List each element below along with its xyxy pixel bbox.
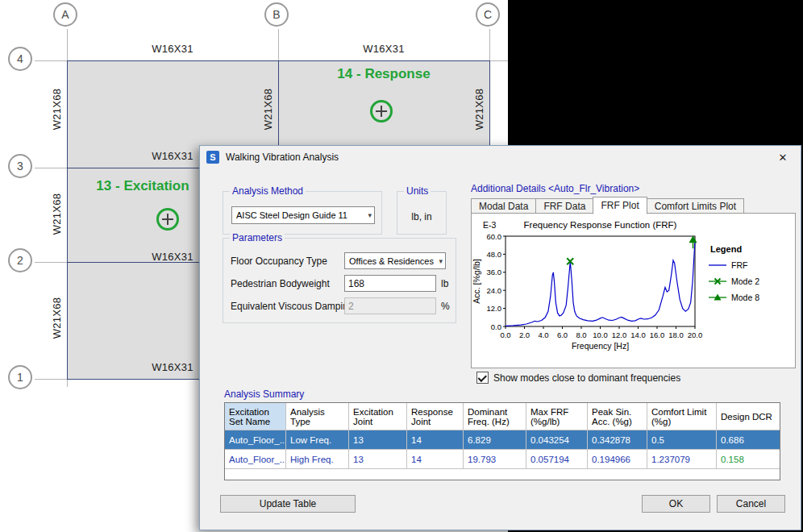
x-tick-label: 10.0 bbox=[593, 330, 608, 339]
bodyweight-input[interactable]: 168 bbox=[344, 275, 436, 292]
parameters-group-label: Parameters bbox=[230, 232, 285, 243]
grid-bubble-A: A bbox=[53, 2, 77, 27]
excitation-joint-label: 13 - Excitation bbox=[78, 178, 207, 194]
response-joint-label: 14 - Response bbox=[319, 66, 448, 82]
dropdown-arrow-icon: ▾ bbox=[439, 257, 443, 265]
summary-header-cell[interactable]: ResponseJoint bbox=[407, 403, 464, 430]
plot-frame bbox=[506, 236, 695, 326]
beam-label-w21x68: W21X68 bbox=[51, 186, 63, 243]
y-tick-label: 60.0 bbox=[487, 232, 502, 241]
summary-header-cell[interactable]: Peak Sin.Acc. (%g) bbox=[588, 403, 647, 430]
x-tick-label: 14.0 bbox=[630, 330, 646, 339]
analysis-method-group: Analysis Method AISC Steel Design Guide … bbox=[223, 191, 382, 235]
bodyweight-label: Pedestrian Bodyweight bbox=[231, 278, 330, 289]
summary-cell[interactable]: 0.686 bbox=[717, 430, 780, 450]
y-tick-label: 0.0 bbox=[491, 322, 501, 331]
summary-cell[interactable]: 13 bbox=[349, 450, 407, 469]
update-table-button[interactable]: Update Table bbox=[220, 495, 356, 513]
grid-bubble-3: 3 bbox=[8, 154, 32, 178]
x-tick-label: 0.0 bbox=[500, 330, 510, 339]
close-icon[interactable]: ✕ bbox=[772, 149, 794, 165]
beam-label-w16x31: W16X31 bbox=[356, 43, 411, 55]
summary-table-empty-space bbox=[225, 469, 780, 480]
summary-row[interactable]: Auto_Floor_...High Freq.131419.7930.0571… bbox=[225, 450, 780, 469]
dialog-title: Walking Vibration Analysis bbox=[226, 152, 339, 163]
summary-header-cell[interactable]: Comfort Limit(%g) bbox=[647, 403, 717, 430]
grid-bubble-4: 4 bbox=[8, 47, 32, 71]
summary-cell[interactable]: 14 bbox=[407, 450, 464, 469]
cancel-button[interactable]: Cancel bbox=[717, 495, 785, 513]
summary-header-cell[interactable]: ExcitationSet Name bbox=[225, 403, 286, 430]
tab-frf-data[interactable]: FRF Data bbox=[535, 198, 593, 214]
analysis-summary-label: Analysis Summary bbox=[224, 389, 304, 400]
summary-cell[interactable]: 0.5 bbox=[647, 430, 717, 450]
summary-header-row: ExcitationSet NameAnalysisTypeExcitation… bbox=[225, 403, 780, 430]
damping-unit: % bbox=[441, 301, 450, 312]
summary-cell[interactable]: 19.793 bbox=[464, 450, 526, 469]
occupancy-select[interactable]: Offices & Residences ▾ bbox=[344, 252, 446, 269]
grid-bubble-2: 2 bbox=[8, 248, 32, 272]
occupancy-value: Offices & Residences bbox=[349, 256, 434, 266]
app-icon: S bbox=[206, 151, 219, 164]
summary-header-cell[interactable]: DominantFreq. (Hz) bbox=[464, 403, 526, 430]
summary-header-cell[interactable]: ExcitationJoint bbox=[349, 403, 407, 430]
details-tabs: Modal Data FRF Data FRF Plot Comfort Lim… bbox=[471, 197, 743, 214]
tab-frf-plot[interactable]: FRF Plot bbox=[593, 197, 647, 214]
beam-label-w21x68: W21X68 bbox=[262, 81, 274, 138]
summary-cell[interactable]: 0.194966 bbox=[588, 450, 647, 469]
summary-cell[interactable]: 0.342878 bbox=[588, 430, 647, 450]
summary-cell[interactable]: 13 bbox=[349, 430, 407, 450]
x-tick-label: 16.0 bbox=[650, 330, 665, 339]
analysis-method-select[interactable]: AISC Steel Design Guide 11 ▾ bbox=[231, 206, 375, 224]
beam-label-w16x31: W16X31 bbox=[145, 150, 200, 162]
summary-cell[interactable]: Low Freq. bbox=[286, 430, 349, 450]
ok-button[interactable]: OK bbox=[642, 495, 710, 513]
summary-cell[interactable]: High Freq. bbox=[286, 450, 349, 469]
show-modes-checkbox[interactable] bbox=[476, 372, 489, 384]
y-tick-label: 24.0 bbox=[487, 286, 502, 295]
x-tick-label: 8.0 bbox=[576, 330, 586, 339]
x-tick-label: 6.0 bbox=[557, 330, 568, 339]
summary-cell[interactable]: 0.057194 bbox=[526, 450, 588, 469]
analysis-method-group-label: Analysis Method bbox=[230, 185, 306, 197]
beam-label-w21x68: W21X68 bbox=[473, 81, 485, 138]
chart-title: Frequency Response Function (FRF) bbox=[524, 220, 677, 230]
summary-header-cell[interactable]: Design DCR bbox=[717, 403, 780, 430]
summary-cell[interactable]: 0.043254 bbox=[526, 430, 588, 450]
beam-label-w16x31: W16X31 bbox=[145, 361, 200, 373]
occupancy-label: Floor Occupancy Type bbox=[231, 256, 327, 267]
checkmark-icon bbox=[477, 372, 486, 381]
beam-label-w21x68: W21X68 bbox=[51, 290, 63, 347]
summary-row[interactable]: Auto_Floor_...Low Freq.13146.8290.043254… bbox=[225, 430, 780, 450]
units-value: lb, in bbox=[397, 211, 446, 222]
analysis-summary-table[interactable]: ExcitationSet NameAnalysisTypeExcitation… bbox=[224, 402, 780, 480]
dropdown-arrow-icon: ▾ bbox=[368, 211, 372, 219]
summary-cell[interactable]: Auto_Floor_... bbox=[225, 430, 286, 450]
joint-cross-icon bbox=[381, 106, 382, 117]
beam-label-w21x68: W21X68 bbox=[51, 81, 63, 138]
grid-bubble-C: C bbox=[476, 2, 500, 27]
summary-cell[interactable]: 14 bbox=[407, 430, 464, 450]
tab-modal-data[interactable]: Modal Data bbox=[471, 198, 536, 214]
legend-entry-label: Mode 8 bbox=[731, 293, 759, 302]
frf-plot-panel: Frequency Response Function (FRF)E-3Freq… bbox=[471, 213, 796, 368]
units-group: Units lb, in bbox=[397, 191, 447, 235]
tab-comfort-limits-plot[interactable]: Comfort Limits Plot bbox=[647, 198, 744, 214]
grid-bubble-1: 1 bbox=[8, 365, 32, 389]
beam-line bbox=[67, 60, 68, 380]
summary-cell[interactable]: 6.829 bbox=[464, 430, 526, 450]
y-tick-label: 48.0 bbox=[487, 250, 502, 259]
x-tick-label: 4.0 bbox=[538, 330, 548, 339]
analysis-method-value: AISC Steel Design Guide 11 bbox=[236, 210, 347, 220]
summary-header-cell[interactable]: Max FRF(%g/lb) bbox=[526, 403, 588, 430]
show-modes-label: Show modes close to dominant frequencies bbox=[493, 372, 680, 384]
show-modes-row[interactable]: Show modes close to dominant frequencies bbox=[476, 372, 680, 384]
legend-entry-label: FRF bbox=[731, 260, 747, 270]
dialog-titlebar[interactable]: S Walking Vibration Analysis ✕ bbox=[200, 146, 801, 168]
summary-cell[interactable]: 0.158 bbox=[717, 450, 780, 469]
beam-label-w16x31: W16X31 bbox=[145, 251, 200, 263]
summary-cell[interactable]: 1.237079 bbox=[647, 450, 717, 469]
summary-header-cell[interactable]: AnalysisType bbox=[286, 403, 349, 430]
summary-cell[interactable]: Auto_Floor_... bbox=[225, 450, 286, 469]
excitation-joint-marker bbox=[156, 208, 179, 231]
